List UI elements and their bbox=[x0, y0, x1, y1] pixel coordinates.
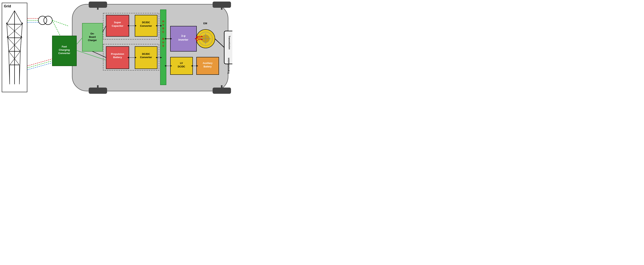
svg-marker-102 bbox=[160, 57, 162, 58]
svg-rect-83 bbox=[170, 57, 193, 74]
svg-text:Converter: Converter bbox=[140, 56, 152, 59]
svg-line-17 bbox=[7, 24, 22, 38]
svg-point-78 bbox=[196, 30, 215, 48]
svg-line-34 bbox=[28, 54, 69, 66]
svg-text:Propulsion: Propulsion bbox=[111, 52, 124, 56]
svg-text:S: S bbox=[162, 44, 164, 47]
svg-line-32 bbox=[52, 20, 69, 26]
svg-marker-111 bbox=[196, 40, 198, 42]
svg-line-7 bbox=[7, 11, 14, 24]
svg-rect-61 bbox=[106, 15, 129, 36]
svg-line-12 bbox=[19, 51, 20, 84]
svg-line-20 bbox=[9, 38, 21, 51]
svg-text:On-: On- bbox=[90, 32, 94, 35]
svg-marker-98 bbox=[128, 57, 129, 58]
svg-text:Board: Board bbox=[89, 36, 96, 38]
svg-line-8 bbox=[14, 11, 22, 24]
svg-text:Auxiliary: Auxiliary bbox=[203, 62, 212, 64]
svg-rect-41 bbox=[212, 88, 231, 94]
svg-marker-104 bbox=[164, 38, 166, 40]
svg-marker-95 bbox=[156, 25, 157, 26]
svg-rect-42 bbox=[52, 36, 76, 66]
svg-rect-52 bbox=[160, 10, 166, 85]
svg-text:Capacitor: Capacitor bbox=[112, 24, 123, 27]
svg-marker-115 bbox=[196, 37, 198, 39]
svg-marker-117 bbox=[201, 39, 203, 40]
svg-line-125 bbox=[92, 51, 106, 58]
svg-marker-122 bbox=[191, 65, 193, 67]
svg-text:Inverter: Inverter bbox=[178, 38, 188, 41]
svg-line-33 bbox=[52, 20, 69, 52]
svg-line-13 bbox=[8, 38, 9, 51]
svg-rect-71 bbox=[135, 46, 157, 69]
svg-rect-89 bbox=[224, 31, 232, 64]
svg-text:H: H bbox=[162, 20, 164, 23]
svg-rect-67 bbox=[103, 44, 159, 70]
svg-point-25 bbox=[7, 36, 8, 38]
svg-text:Grid: Grid bbox=[4, 4, 11, 8]
svg-text:EM: EM bbox=[203, 22, 207, 25]
svg-text:C: C bbox=[162, 30, 164, 33]
svg-text:Converter: Converter bbox=[58, 52, 70, 55]
svg-point-23 bbox=[6, 23, 7, 24]
svg-text:Converter: Converter bbox=[140, 24, 152, 27]
svg-text:Battery: Battery bbox=[113, 56, 122, 59]
svg-text:B: B bbox=[162, 38, 164, 40]
svg-line-19 bbox=[8, 38, 20, 51]
svg-line-18 bbox=[7, 24, 22, 38]
svg-line-22 bbox=[10, 51, 20, 65]
svg-text:DC/DC: DC/DC bbox=[142, 52, 150, 56]
svg-text:Transmission: Transmission bbox=[228, 36, 230, 50]
svg-point-80 bbox=[202, 35, 210, 42]
svg-marker-101 bbox=[156, 57, 157, 58]
svg-text:Transmission: Transmission bbox=[227, 58, 230, 74]
svg-marker-99 bbox=[135, 57, 136, 58]
svg-line-35 bbox=[28, 56, 69, 68]
svg-line-14 bbox=[20, 38, 21, 51]
svg-marker-113 bbox=[201, 36, 203, 37]
svg-text:Charging: Charging bbox=[59, 48, 70, 51]
svg-line-126 bbox=[102, 26, 106, 32]
svg-text:DC/DC: DC/DC bbox=[178, 65, 185, 68]
svg-text:DC/DC: DC/DC bbox=[142, 21, 150, 24]
svg-marker-110 bbox=[194, 38, 196, 40]
svg-line-36 bbox=[28, 58, 69, 70]
svg-line-10 bbox=[20, 24, 22, 51]
svg-rect-46 bbox=[82, 23, 102, 51]
svg-rect-60 bbox=[103, 13, 159, 39]
svg-line-11 bbox=[9, 51, 10, 84]
svg-text:U: U bbox=[162, 41, 164, 44]
svg-text:Battery: Battery bbox=[204, 65, 212, 68]
diagram-container: Grid bbox=[0, 0, 232, 96]
svg-rect-68 bbox=[106, 46, 129, 69]
svg-rect-0 bbox=[2, 3, 27, 92]
svg-text:Fast: Fast bbox=[62, 45, 67, 48]
svg-rect-38 bbox=[89, 2, 107, 8]
svg-text:LV: LV bbox=[180, 62, 183, 64]
svg-line-50 bbox=[76, 38, 82, 44]
svg-rect-74 bbox=[170, 26, 196, 51]
svg-rect-39 bbox=[212, 2, 231, 8]
svg-point-79 bbox=[199, 32, 212, 46]
svg-rect-64 bbox=[135, 15, 157, 36]
svg-marker-123 bbox=[196, 65, 198, 67]
svg-text:Charger: Charger bbox=[88, 39, 97, 42]
svg-text:Super: Super bbox=[114, 21, 121, 24]
svg-rect-37 bbox=[72, 4, 228, 91]
svg-marker-92 bbox=[128, 25, 129, 26]
svg-point-27 bbox=[38, 16, 47, 24]
svg-marker-105 bbox=[170, 38, 172, 40]
svg-line-124 bbox=[215, 39, 224, 48]
svg-marker-96 bbox=[160, 25, 162, 26]
svg-point-28 bbox=[44, 16, 52, 24]
svg-text:D: D bbox=[162, 27, 164, 30]
svg-text:V: V bbox=[162, 24, 164, 26]
svg-rect-40 bbox=[89, 88, 107, 94]
svg-point-24 bbox=[22, 23, 23, 24]
svg-line-9 bbox=[7, 24, 9, 51]
svg-marker-119 bbox=[164, 65, 166, 67]
svg-marker-93 bbox=[135, 25, 136, 26]
svg-rect-86 bbox=[196, 57, 219, 74]
svg-line-21 bbox=[9, 51, 19, 65]
svg-line-51 bbox=[76, 50, 106, 60]
